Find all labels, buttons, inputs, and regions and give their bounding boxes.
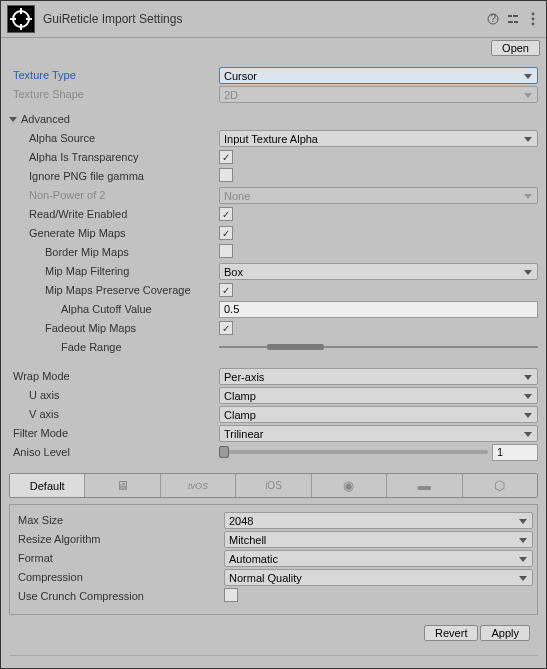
fade-range-label: Fade Range	[9, 341, 219, 353]
u-axis-label: U axis	[9, 389, 219, 401]
wrap-mode-select[interactable]: Per-axis	[219, 368, 538, 385]
mipmaps-preserve-coverage-label: Mip Maps Preserve Coverage	[9, 284, 219, 296]
mipmap-filtering-select[interactable]: Box	[219, 263, 538, 280]
monitor-icon: 🖥	[116, 478, 129, 493]
svg-rect-9	[508, 21, 513, 23]
asset-icon	[7, 5, 35, 33]
tvos-icon: tvOS	[188, 481, 208, 491]
header-title: GuiReticle Import Settings	[43, 12, 486, 26]
apply-button[interactable]: Apply	[480, 625, 530, 641]
non-power-of-2-label: Non-Power of 2	[9, 189, 219, 201]
texture-type-select[interactable]: Cursor	[219, 67, 538, 84]
revert-button[interactable]: Revert	[424, 625, 478, 641]
tab-android[interactable]: ▬	[387, 474, 462, 497]
read-write-label: Read/Write Enabled	[9, 208, 219, 220]
non-power-of-2-select: None	[219, 187, 538, 204]
alpha-source-select[interactable]: Input Texture Alpha	[219, 130, 538, 147]
svg-rect-10	[514, 21, 518, 23]
tab-standalone[interactable]: 🖥	[85, 474, 160, 497]
lumin-icon: ◉	[343, 478, 354, 493]
texture-type-label: Texture Type	[9, 69, 219, 81]
wrap-mode-label: Wrap Mode	[9, 370, 219, 382]
filter-mode-select[interactable]: Trilinear	[219, 425, 538, 442]
presets-icon[interactable]	[506, 12, 520, 26]
resize-algorithm-select[interactable]: Mitchell	[224, 531, 533, 548]
aniso-level-field[interactable]	[492, 444, 538, 461]
menu-icon[interactable]	[526, 12, 540, 26]
ignore-png-gamma-checkbox[interactable]	[219, 168, 233, 182]
help-icon[interactable]: ?	[486, 12, 500, 26]
aniso-level-label: Aniso Level	[9, 446, 219, 458]
aniso-level-slider[interactable]	[219, 450, 488, 454]
u-axis-select[interactable]: Clamp	[219, 387, 538, 404]
v-axis-select[interactable]: Clamp	[219, 406, 538, 423]
max-size-label: Max Size	[14, 514, 224, 526]
tab-webgl[interactable]: ⬡	[463, 474, 537, 497]
compression-label: Compression	[14, 571, 224, 583]
tab-ios[interactable]: iOS	[236, 474, 311, 497]
max-size-select[interactable]: 2048	[224, 512, 533, 529]
svg-text:?: ?	[490, 13, 496, 24]
generate-mipmaps-checkbox[interactable]	[219, 226, 233, 240]
border-mipmaps-label: Border Mip Maps	[9, 246, 219, 258]
border-mipmaps-checkbox[interactable]	[219, 244, 233, 258]
format-label: Format	[14, 552, 224, 564]
read-write-checkbox[interactable]	[219, 207, 233, 221]
mipmaps-preserve-coverage-checkbox[interactable]	[219, 283, 233, 297]
advanced-foldout[interactable]: Advanced	[9, 113, 538, 125]
svg-point-12	[532, 18, 535, 21]
resize-algorithm-label: Resize Algorithm	[14, 533, 224, 545]
android-icon: ▬	[418, 478, 431, 493]
ignore-png-gamma-label: Ignore PNG file gamma	[9, 170, 219, 182]
format-select[interactable]: Automatic	[224, 550, 533, 567]
use-crunch-label: Use Crunch Compression	[14, 590, 224, 602]
use-crunch-checkbox[interactable]	[224, 588, 238, 602]
tab-lumin[interactable]: ◉	[312, 474, 387, 497]
svg-rect-7	[508, 15, 512, 17]
chevron-down-icon	[9, 117, 17, 122]
open-button[interactable]: Open	[491, 40, 540, 56]
alpha-source-label: Alpha Source	[9, 132, 219, 144]
texture-shape-label: Texture Shape	[9, 88, 219, 100]
alpha-is-transparency-label: Alpha Is Transparency	[9, 151, 219, 163]
svg-rect-8	[513, 15, 518, 17]
mipmap-filtering-label: Mip Map Filtering	[9, 265, 219, 277]
tab-tvos[interactable]: tvOS	[161, 474, 236, 497]
v-axis-label: V axis	[9, 408, 219, 420]
fadeout-mipmaps-checkbox[interactable]	[219, 321, 233, 335]
fadeout-mipmaps-label: Fadeout Mip Maps	[9, 322, 219, 334]
generate-mipmaps-label: Generate Mip Maps	[9, 227, 219, 239]
webgl-icon: ⬡	[494, 478, 505, 493]
fade-range-slider[interactable]	[219, 340, 538, 354]
svg-point-13	[532, 23, 535, 26]
compression-select[interactable]: Normal Quality	[224, 569, 533, 586]
svg-point-11	[532, 13, 535, 16]
alpha-is-transparency-checkbox[interactable]	[219, 150, 233, 164]
texture-shape-select: 2D	[219, 86, 538, 103]
platform-tabs: Default 🖥 tvOS iOS ◉ ▬ ⬡	[9, 473, 538, 498]
ios-icon: iOS	[265, 480, 282, 491]
filter-mode-label: Filter Mode	[9, 427, 219, 439]
alpha-cutoff-label: Alpha Cutoff Value	[9, 303, 219, 315]
alpha-cutoff-field[interactable]	[219, 301, 538, 318]
tab-default[interactable]: Default	[10, 474, 85, 497]
